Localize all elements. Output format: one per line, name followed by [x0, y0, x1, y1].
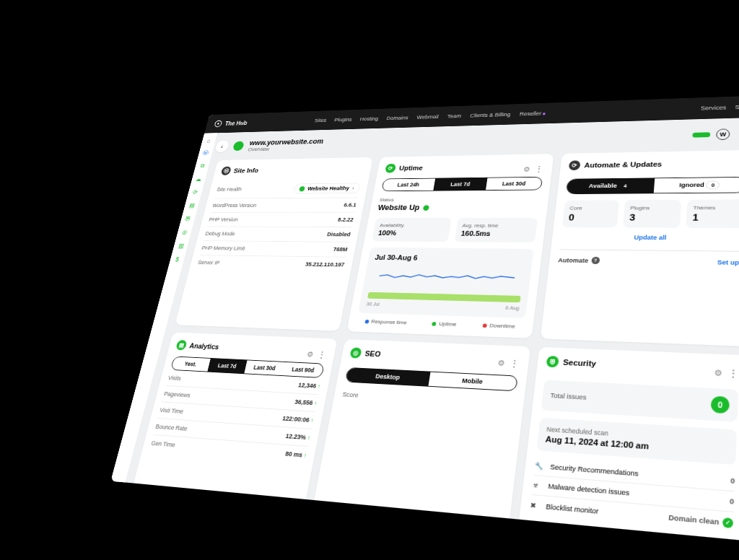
score-label: Score [342, 391, 359, 399]
site-status-dot [232, 141, 245, 152]
app-title: The Hub [224, 120, 248, 126]
an-tab-90d[interactable]: Last 90d [282, 362, 324, 377]
wp-icon[interactable]: W [716, 128, 730, 140]
rec-label: Security Recommendations [550, 463, 639, 478]
resp-val: 160.5ms [460, 229, 530, 237]
gt-val: 80 ms [284, 450, 302, 459]
legend-up: Uptime [439, 321, 458, 328]
health-label: Site Health [217, 186, 242, 192]
uptime-more-icon[interactable]: ⋮ [533, 164, 544, 173]
visits-label: Visits [167, 375, 182, 382]
an-tab-30d[interactable]: Last 30d [244, 360, 285, 375]
nav-sites[interactable]: Sites [314, 118, 327, 123]
automate-label: Automate [558, 257, 589, 264]
updates-icon: ⟳ [569, 160, 581, 170]
seo-tab-desktop[interactable]: Desktop [346, 368, 430, 386]
nav-webmail[interactable]: Webmail [416, 114, 439, 121]
sidebar-home-icon[interactable]: ⌂ [205, 137, 213, 144]
ti-label: Total issues [550, 392, 587, 401]
seg-available[interactable]: Available 4 [567, 178, 655, 193]
uptime-tab-7d[interactable]: Last 7d [433, 178, 488, 191]
visits-val: 12,346 [297, 382, 317, 390]
sidebar-wp-icon[interactable]: ⓦ [201, 150, 209, 157]
sidebar-analytics-icon[interactable]: ▤ [188, 201, 196, 208]
nav-domains[interactable]: Domains [386, 115, 408, 121]
rec-val: 0 [730, 477, 735, 486]
br-label: Bounce Rate [155, 423, 188, 432]
mem-label: PHP Memory Limit [201, 245, 246, 252]
uptime-gear-icon[interactable]: ⚙ [523, 165, 531, 173]
back-button[interactable]: ‹ [214, 141, 229, 153]
plugins-val: 3 [629, 212, 675, 222]
an-tab-yest[interactable]: Yest. [171, 356, 210, 371]
analytics-gear-icon[interactable]: ⚙ [306, 350, 314, 359]
uptime-tabs: Last 24h Last 7d Last 30d [381, 177, 543, 191]
bl-val: Domain clean [668, 514, 720, 527]
themes-label: Themes [693, 205, 739, 211]
pv-val: 36,556 [294, 398, 314, 406]
php-ver: 8.2.22 [337, 216, 354, 222]
uptime-card: ⟳Uptime ⚙ ⋮ Last 24h Last 7d Last 30d St… [346, 154, 554, 338]
themes-val: 1 [692, 212, 739, 223]
nav-services[interactable]: Services [701, 105, 727, 111]
seo-icon: ◎ [349, 347, 362, 358]
update-all-button[interactable]: Update all [561, 234, 739, 242]
site-more-icon[interactable]: ⋮ [735, 128, 739, 140]
seo-more-icon[interactable]: ⋮ [509, 358, 520, 369]
php-ver-label: PHP Version [209, 216, 239, 222]
nav-support[interactable]: Support [735, 103, 739, 110]
x0: 30 Jul [366, 301, 380, 307]
legend-rt: Response time [371, 318, 408, 325]
gt-label: Gen Time [151, 439, 176, 448]
sidebar-hosting-icon[interactable]: ☁ [195, 175, 204, 182]
nav-plugins[interactable]: Plugins [334, 117, 353, 123]
security-icon: ⛨ [546, 356, 559, 367]
sidebar-plugins-icon[interactable]: ⧉ [198, 162, 206, 169]
siteinfo-title: Site Info [233, 167, 259, 174]
pv-label: Pageviews [163, 390, 191, 398]
chart-range: Jul 30-Aug 6 [375, 253, 526, 263]
status-pill [692, 132, 710, 137]
app-logo: The Hub [214, 119, 248, 128]
ip-label: Server IP [197, 260, 220, 266]
nav-team[interactable]: Team [447, 113, 462, 119]
core-val: 0 [568, 212, 612, 222]
security-gear-icon[interactable]: ⚙ [714, 368, 722, 378]
help-icon[interactable]: ? [591, 257, 600, 264]
security-card: ⛨Security ⚙ ⋮ Total issues 0 Next schedu… [518, 347, 739, 542]
analytics-card: ▤Analytics ⚙ ⋮ Yest. Last 7d Last 30d La… [133, 332, 338, 504]
sidebar-security-icon[interactable]: ⛨ [184, 215, 193, 222]
nav-clients[interactable]: Clients & Billing [470, 112, 511, 119]
nav-reseller[interactable]: Reseller [519, 110, 546, 117]
uptime-icon: ⟳ [385, 164, 396, 173]
setup-button[interactable]: Set up › [717, 258, 739, 266]
sidebar-reports-icon[interactable]: ▥ [177, 242, 185, 249]
vt-val: 122:00:06 [281, 415, 310, 424]
x1: 6 Aug [505, 305, 520, 311]
ti-val: 0 [711, 396, 730, 414]
seo-gear-icon[interactable]: ⚙ [497, 358, 506, 367]
svg-point-1 [217, 123, 219, 125]
health-pill[interactable]: Website Healthy› [293, 183, 361, 193]
sidebar-clients-icon[interactable]: $ [173, 255, 182, 263]
seo-title: SEO [364, 349, 382, 358]
uptime-chart: Jul 30-Aug 6 30 Jul6 Aug [358, 248, 534, 318]
uptime-status-label: Status [379, 196, 541, 203]
wp-ver: 6.6.1 [344, 202, 357, 208]
seg-ignored[interactable]: Ignored 0 [654, 178, 739, 193]
uptime-title: Uptime [398, 165, 423, 172]
uptime-tab-30d[interactable]: Last 30d [486, 178, 542, 190]
updates-card: ⟳Automate & Updates ⚙ Available 4 Ignore… [541, 150, 739, 347]
bl-label: Blocklist monitor [546, 503, 599, 516]
analytics-more-icon[interactable]: ⋮ [316, 349, 327, 360]
br-val: 12.23% [285, 432, 307, 441]
seo-tab-mobile[interactable]: Mobile [428, 372, 517, 391]
wrench-icon: 🔧 [534, 462, 546, 471]
security-more-icon[interactable]: ⋮ [727, 367, 739, 380]
status-up-icon [423, 205, 429, 210]
sidebar-seo-icon[interactable]: ◎ [180, 229, 189, 235]
sidebar-uptime-icon[interactable]: ⟳ [191, 188, 200, 195]
an-tab-7d[interactable]: Last 7d [207, 359, 247, 373]
uptime-tab-24h[interactable]: Last 24h [382, 178, 435, 191]
nav-hosting[interactable]: Hosting [359, 116, 379, 122]
